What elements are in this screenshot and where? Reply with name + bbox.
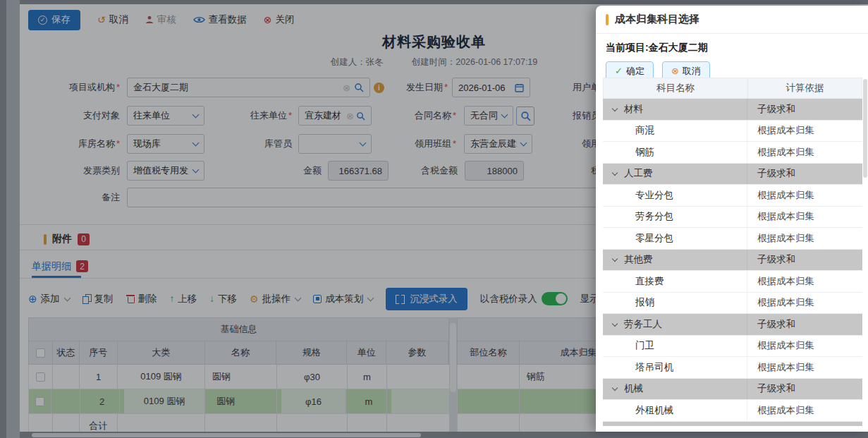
cost-subject-panel: 成本归集科目选择 当前项目:金石大厦二期 ✓ 确定 ⊗ 取消 科目名称 计算依据… bbox=[596, 6, 868, 432]
panel-table-header: 科目名称 计算依据 bbox=[603, 78, 862, 99]
panel-header: 成本归集科目选择 bbox=[596, 6, 868, 34]
panel-cell-basis: 子级求和 bbox=[747, 379, 862, 400]
panel-table-row[interactable]: 劳务分包根据成本归集 bbox=[603, 207, 862, 229]
panel-cell-subject: 劳务分包 bbox=[603, 207, 747, 228]
panel-cell-subject: 机械 bbox=[603, 379, 747, 400]
panel-table-row[interactable]: 钢筋根据成本归集 bbox=[603, 142, 862, 164]
panel-cell-basis: 根据成本归集 bbox=[747, 271, 862, 292]
panel-cell-subject: 钢筋 bbox=[603, 142, 747, 163]
panel-cell-subject: 直接费 bbox=[603, 271, 747, 292]
panel-cell-basis: 根据成本归集 bbox=[747, 142, 862, 163]
panel-table-row[interactable]: 商混根据成本归集 bbox=[603, 121, 862, 142]
panel-table-row[interactable]: 劳务工人子级求和 bbox=[603, 314, 862, 336]
panel-cell-subject: 塔吊司机 bbox=[603, 357, 747, 378]
panel-title: 成本归集科目选择 bbox=[615, 13, 699, 26]
chevron-down-icon[interactable] bbox=[612, 321, 618, 327]
panel-table-row[interactable]: 人工费子级求和 bbox=[603, 164, 862, 185]
panel-cell-subject: 材料 bbox=[603, 99, 747, 120]
panel-cell-basis: 根据成本归集 bbox=[747, 185, 862, 206]
panel-accent-bar-icon bbox=[606, 14, 609, 25]
panel-cell-subject: 报销 bbox=[603, 293, 747, 314]
panel-table-row[interactable]: 报销根据成本归集 bbox=[603, 293, 862, 315]
panel-cell-subject: 劳务工人 bbox=[603, 314, 747, 335]
cancel-circle-icon: ⊗ bbox=[671, 66, 679, 76]
panel-table-row[interactable]: 材料子级求和 bbox=[603, 99, 862, 121]
panel-cell-basis: 根据成本归集 bbox=[747, 121, 862, 142]
panel-table-row[interactable]: 专业分包根据成本归集 bbox=[603, 185, 862, 207]
chevron-down-icon[interactable] bbox=[612, 256, 618, 262]
panel-table-row[interactable]: 零星分包根据成本归集 bbox=[603, 228, 862, 250]
chevron-down-icon[interactable] bbox=[612, 385, 618, 391]
panel-cell-basis: 根据成本归集 bbox=[747, 336, 862, 357]
chevron-down-icon[interactable] bbox=[612, 170, 618, 176]
panel-scrollbar-thumb[interactable] bbox=[863, 79, 867, 178]
panel-cell-basis: 根据成本归集 bbox=[747, 228, 862, 249]
screen: ✓ 保存 ↺ 取消 审核 查看数据 bbox=[0, 0, 868, 438]
panel-current-project: 当前项目:金石大厦二期 bbox=[606, 42, 858, 54]
panel-cell-subject: 其他费 bbox=[603, 250, 747, 271]
panel-cell-subject: 零星分包 bbox=[603, 228, 747, 249]
panel-cell-subject: 门卫 bbox=[603, 336, 747, 357]
chevron-down-icon[interactable] bbox=[612, 106, 618, 111]
panel-cell-subject: 专业分包 bbox=[603, 185, 747, 206]
panel-cell-subject: 人工费 bbox=[603, 164, 747, 185]
panel-table-row[interactable]: 其他费子级求和 bbox=[603, 250, 862, 272]
panel-table: 科目名称 计算依据 材料子级求和商混根据成本归集钢筋根据成本归集人工费子级求和专… bbox=[603, 78, 862, 432]
panel-table-row[interactable]: 直接费根据成本归集 bbox=[603, 271, 862, 293]
panel-table-row[interactable]: 门卫根据成本归集 bbox=[603, 336, 862, 358]
panel-cell-subject: 商混 bbox=[603, 121, 747, 142]
panel-header-subject: 科目名称 bbox=[604, 78, 748, 98]
panel-cell-basis: 根据成本归集 bbox=[747, 293, 862, 314]
check-icon: ✓ bbox=[615, 66, 623, 76]
panel-cell-basis: 子级求和 bbox=[747, 250, 862, 271]
panel-cell-basis: 根据成本归集 bbox=[747, 400, 862, 421]
panel-cell-basis: 子级求和 bbox=[747, 314, 862, 335]
panel-cell-basis: 根据成本归集 bbox=[747, 357, 862, 378]
panel-table-row[interactable]: 塔吊司机根据成本归集 bbox=[603, 357, 862, 379]
panel-header-basis: 计算依据 bbox=[748, 78, 862, 98]
panel-cell-basis: 根据成本归集 bbox=[747, 207, 862, 228]
panel-cell-basis: 子级求和 bbox=[747, 164, 862, 185]
panel-cell-basis: 子级求和 bbox=[747, 99, 862, 120]
panel-table-next-row-sliver bbox=[603, 422, 862, 426]
panel-table-row[interactable]: 外租机械根据成本归集 bbox=[603, 400, 862, 422]
panel-table-row[interactable]: 机械子级求和 bbox=[603, 379, 862, 401]
panel-cell-subject: 外租机械 bbox=[603, 400, 747, 421]
